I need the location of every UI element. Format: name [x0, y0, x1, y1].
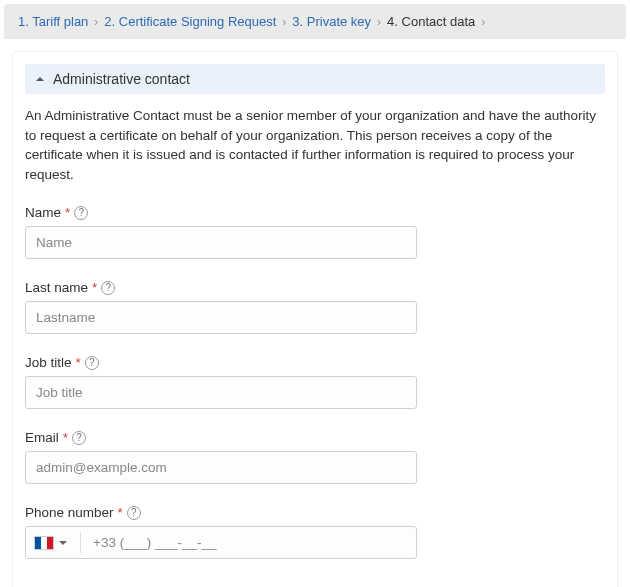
contact-form-card: Administrative contact An Administrative… — [12, 51, 618, 587]
label-name: Name * ? — [25, 205, 88, 220]
breadcrumb-step-csr[interactable]: 2. Certificate Signing Request — [104, 14, 276, 29]
label-phone: Phone number* ? — [25, 505, 141, 520]
help-icon[interactable]: ? — [74, 206, 88, 220]
required-marker: * — [76, 355, 81, 370]
country-selector[interactable] — [32, 534, 70, 552]
phone-input-group — [25, 526, 417, 559]
field-phone: Phone number* ? — [25, 504, 605, 559]
section-title: Administrative contact — [53, 71, 190, 87]
chevron-right-icon: › — [481, 15, 485, 29]
breadcrumb-step-private-key[interactable]: 3. Private key — [292, 14, 371, 29]
lastname-input[interactable] — [25, 301, 417, 334]
label-lastname: Last name* ? — [25, 280, 115, 295]
breadcrumb: 1. Tariff plan › 2. Certificate Signing … — [4, 4, 626, 39]
label-text-jobtitle: Job title — [25, 355, 72, 370]
chevron-up-icon — [35, 74, 45, 84]
help-icon[interactable]: ? — [72, 431, 86, 445]
help-icon[interactable]: ? — [127, 506, 141, 520]
chevron-down-icon — [58, 538, 68, 548]
label-email: Email* ? — [25, 430, 86, 445]
chevron-right-icon: › — [94, 15, 98, 29]
phone-input[interactable] — [91, 531, 410, 554]
email-input[interactable] — [25, 451, 417, 484]
section-header-admin-contact[interactable]: Administrative contact — [25, 64, 605, 94]
section-description: An Administrative Contact must be a seni… — [25, 106, 605, 184]
field-lastname: Last name* ? — [25, 279, 605, 334]
required-marker: * — [92, 280, 97, 295]
label-text-email: Email — [25, 430, 59, 445]
required-marker: * — [65, 205, 70, 220]
label-text-name: Name — [25, 205, 61, 220]
required-marker: * — [118, 505, 123, 520]
field-name: Name * ? — [25, 204, 605, 259]
label-text-phone: Phone number — [25, 505, 114, 520]
breadcrumb-step-contact-data[interactable]: 4. Contact data — [387, 14, 475, 29]
jobtitle-input[interactable] — [25, 376, 417, 409]
label-text-lastname: Last name — [25, 280, 88, 295]
chevron-right-icon: › — [377, 15, 381, 29]
name-input[interactable] — [25, 226, 417, 259]
field-email: Email* ? — [25, 429, 605, 484]
flag-icon — [34, 536, 54, 550]
required-marker: * — [63, 430, 68, 445]
field-jobtitle: Job title* ? — [25, 354, 605, 409]
divider — [80, 533, 81, 553]
breadcrumb-step-tariff[interactable]: 1. Tariff plan — [18, 14, 88, 29]
help-icon[interactable]: ? — [101, 281, 115, 295]
chevron-right-icon: › — [282, 15, 286, 29]
help-icon[interactable]: ? — [85, 356, 99, 370]
label-jobtitle: Job title* ? — [25, 355, 99, 370]
